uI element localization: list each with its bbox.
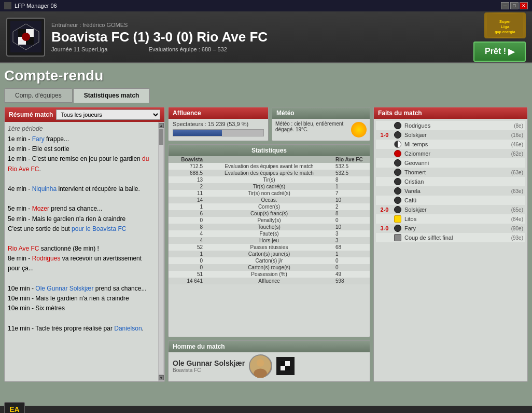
header-subtitle: Journée 11 SuperLiga Evaluations équipe …: [51, 46, 467, 52]
stat-label: Carton(s) rouge(s): [205, 264, 333, 271]
faits-player-name: Rodrigues: [404, 122, 511, 129]
faits-time: (8e): [514, 123, 523, 129]
svg-text:Liga: Liga: [501, 24, 510, 29]
faits-time: (90e): [511, 226, 523, 231]
page-title: Compte-rendu: [4, 67, 528, 84]
tab-statistiques-match[interactable]: Statistiques match: [73, 88, 150, 103]
faits-player-name: Varela: [404, 188, 508, 194]
faits-player-name: Solskjær: [404, 132, 508, 138]
faits-player-name: Cziommer: [404, 150, 508, 157]
faits-time: (63e): [511, 170, 523, 175]
stat-val-left: 1: [169, 251, 205, 257]
stat-val-left: 14: [169, 197, 205, 203]
table-row: 1Carton(s) jaune(s)1: [169, 251, 370, 257]
resume-header: Résumé match Tous les joueurs: [5, 107, 164, 122]
maximize-button[interactable]: □: [510, 2, 519, 9]
ea-logo: EA: [4, 402, 25, 413]
superliga-badge: Super Liga gap energia: [484, 12, 526, 38]
table-row: 0Carton(s) j/r0: [169, 257, 370, 264]
stat-val-right: 0: [333, 217, 370, 224]
homme-match-header: Homme du match: [169, 341, 370, 352]
stat-val-right: 1: [333, 251, 370, 257]
meteo-content: Météo : ciel bleu, entièrement dégagé. 1…: [272, 119, 370, 140]
table-row: 4Faute(s)3: [169, 230, 370, 237]
svg-point-12: [257, 359, 264, 367]
stat-label: Carton(s) jaune(s): [205, 251, 333, 257]
pret-button[interactable]: Prêt ! ▶: [473, 42, 526, 62]
scrollbar[interactable]: ▲ ▼: [158, 122, 164, 381]
stat-val-right: 68: [333, 244, 370, 251]
faits-time: (62e): [511, 151, 523, 157]
stats-header: Statistiques: [169, 145, 370, 156]
faits-time: (65e): [511, 207, 523, 213]
stat-val-right: 1: [333, 183, 370, 190]
col-header-rioave: Rio Ave FC: [333, 156, 370, 163]
middle-panel: Affluence Spectateurs : 15 239 (53,9 %) …: [168, 107, 370, 382]
scroll-up-button[interactable]: ▲: [159, 123, 164, 128]
tabs: Comp. d'équipes Statistiques match: [4, 88, 528, 103]
stat-val-left: 4: [169, 237, 205, 244]
ball-icon: [394, 169, 401, 176]
stat-val-left: 1: [169, 203, 205, 210]
stat-val-right: 0: [333, 264, 370, 271]
players-dropdown[interactable]: Tous les joueurs: [56, 109, 160, 120]
stat-label: Tir(s): [205, 176, 333, 183]
scroll-down-button[interactable]: ▼: [159, 375, 164, 380]
faits-panel: Faits du match Rodrigues(8e)1-0Solskjær(…: [373, 107, 528, 382]
list-item: Rodrigues(8e): [376, 121, 525, 130]
resume-content: 1ère période 1e min - Fary frappe... 1e …: [5, 122, 164, 381]
trainer-label: Entraîneur : frédérico GOMES: [51, 22, 467, 28]
affluence-header: Affluence: [169, 107, 268, 119]
list-item: Coup de sifflet final(93e): [376, 233, 525, 242]
top-row: Affluence Spectateurs : 15 239 (53,9 %) …: [168, 107, 370, 141]
table-row: 0Carton(s) rouge(s)0: [169, 264, 370, 271]
ball-icon: [394, 178, 401, 185]
affluence-panel: Affluence Spectateurs : 15 239 (53,9 %): [168, 107, 269, 141]
faits-time: (46e): [511, 142, 523, 147]
content-area: Résumé match Tous les joueurs 1ère pério…: [4, 107, 528, 382]
faits-time: (93e): [511, 235, 523, 241]
stat-val-left: 6: [169, 210, 205, 217]
stat-val-right: 598: [333, 278, 370, 284]
ball-icon: [394, 131, 401, 139]
stat-label: Evaluation des équipes après le match: [205, 170, 333, 176]
stat-val-right: 2: [333, 203, 370, 210]
close-button[interactable]: ✕: [520, 2, 528, 9]
faits-player-name: Mi-temps: [404, 141, 508, 147]
whistle-icon: [394, 234, 401, 241]
list-item: Varela(63e): [376, 186, 525, 196]
list-item: 3-0Fary(90e): [376, 224, 525, 233]
table-row: 13Tir(s)8: [169, 176, 370, 183]
affluence-bar: [173, 130, 222, 136]
faits-score: 3-0: [378, 225, 391, 231]
scroll-thumb: [159, 129, 163, 145]
table-row: 14 641Affluence598: [169, 278, 370, 284]
stat-label: Coup(s) franc(s): [205, 210, 333, 217]
list-item: Thomert(63e): [376, 168, 525, 177]
stat-val-left: 0: [169, 217, 205, 224]
tab-comp-equipes[interactable]: Comp. d'équipes: [4, 88, 73, 103]
ball-icon: [394, 197, 401, 204]
table-row: 52Passes réussies68: [169, 244, 370, 251]
stat-label: Possession (%): [205, 271, 333, 278]
stat-val-left: 13: [169, 176, 205, 183]
table-row: 712.5Evaluation des équipes avant le mat…: [169, 163, 370, 170]
list-item: Cafú: [376, 196, 525, 205]
faits-time: (16e): [511, 132, 523, 138]
stat-label: Corner(s): [205, 203, 333, 210]
stat-val-left: 11: [169, 190, 205, 197]
minimize-button[interactable]: ─: [501, 2, 509, 9]
svg-text:gap energia: gap energia: [495, 30, 515, 34]
stat-label: Faute(s): [205, 230, 333, 237]
scroll-track: [159, 129, 163, 374]
meteo-header: Météo: [272, 107, 370, 119]
faits-player-name: Thomert: [404, 169, 508, 175]
stat-label: Touche(s): [205, 224, 333, 230]
stat-val-right: 49: [333, 271, 370, 278]
stat-val-left: 712.5: [169, 163, 205, 170]
svg-point-13: [254, 369, 268, 378]
faits-player-name: Coup de sifflet final: [404, 235, 508, 241]
faits-content: Rodrigues(8e)1-0Solskjær(16e)Mi-temps(46…: [374, 119, 527, 244]
list-item: Cziommer(62e): [376, 149, 525, 158]
period-label: 1ère période: [8, 125, 155, 132]
